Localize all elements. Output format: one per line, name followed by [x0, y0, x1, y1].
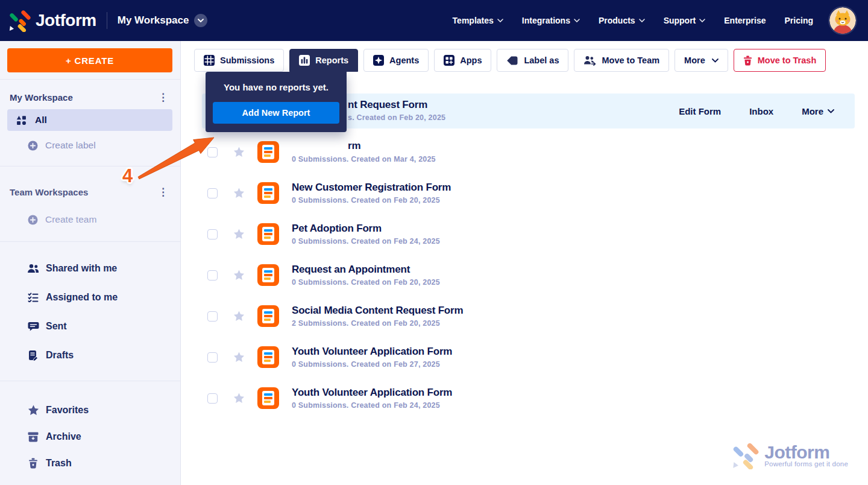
form-row[interactable]: Youth Volunteer Application Form 0 Submi…	[202, 340, 855, 375]
apps-button[interactable]: Apps	[434, 49, 491, 72]
form-title-fragment: rm	[348, 140, 360, 152]
watermark-brand: Jotform	[764, 443, 848, 461]
form-row[interactable]: rm 0 Submissions. Created on Mar 4, 2025	[202, 135, 855, 170]
row-checkbox[interactable]	[207, 188, 218, 198]
label-as-button[interactable]: Label as	[497, 49, 568, 72]
sidebar-item-drafts[interactable]: Drafts	[0, 341, 180, 370]
add-new-report-button[interactable]: Add New Report	[213, 102, 339, 124]
chevron-down-icon	[574, 19, 580, 22]
row-checkbox[interactable]	[207, 229, 218, 239]
row-checkbox[interactable]	[207, 147, 218, 157]
agents-sparkle-icon	[373, 55, 384, 66]
nav-item-products[interactable]: Products	[599, 16, 645, 25]
row-actions: Edit Form Inbox More	[679, 106, 855, 116]
sidebar-item-assigned-to-me[interactable]: Assigned to me	[0, 283, 180, 312]
favorite-star-icon[interactable]	[233, 147, 245, 157]
favorite-star-icon[interactable]	[233, 393, 245, 404]
chevron-down-icon	[497, 19, 503, 22]
sidebar-divider	[0, 381, 180, 381]
sidebar-item-archive[interactable]: Archive	[0, 423, 180, 450]
draft-document-icon	[27, 350, 39, 361]
create-button[interactable]: + CREATE	[7, 48, 172, 72]
workspace-switcher[interactable]: My Workspace	[118, 14, 208, 27]
form-title: Pet Adoption Form	[292, 222, 440, 235]
nav-item-label: Support	[664, 16, 696, 25]
chevron-down-icon	[194, 14, 207, 27]
team-workspaces-section-header: Team Workspaces ⋮	[0, 185, 180, 199]
inbox-button[interactable]: Inbox	[749, 106, 773, 116]
nav-item-support[interactable]: Support	[664, 16, 706, 25]
label-tag-icon	[506, 55, 518, 66]
form-row[interactable]: Youth Volunteer Application Form 0 Submi…	[202, 381, 855, 416]
form-row-text: Pet Adoption Form 0 Submissions. Created…	[292, 222, 440, 247]
agents-button[interactable]: Agents	[363, 49, 429, 72]
sidebar-item-all[interactable]: All	[7, 109, 172, 131]
all-shapes-icon	[15, 115, 27, 125]
form-subtitle: 2 Submissions. Created on Feb 20, 2025	[292, 319, 463, 329]
form-icon	[257, 387, 279, 409]
sidebar-bottom-nav: Favorites Archive	[0, 397, 180, 477]
form-row[interactable]: Pet Adoption Form 0 Submissions. Created…	[202, 217, 855, 252]
kebab-menu-icon[interactable]: ⋮	[158, 92, 168, 103]
form-row[interactable]: Social Media Content Request Form 2 Subm…	[202, 299, 855, 334]
favorite-star-icon[interactable]	[233, 352, 245, 363]
sidebar-item-sent[interactable]: Sent	[0, 312, 180, 341]
form-row-text: Social Media Content Request Form 2 Subm…	[292, 304, 463, 329]
chevron-down-icon	[828, 109, 834, 113]
sidebar-item-label: Favorites	[46, 405, 89, 416]
kebab-menu-icon[interactable]: ⋮	[158, 187, 168, 197]
form-icon	[257, 182, 279, 204]
row-checkbox[interactable]	[207, 352, 218, 363]
top-navbar: Jotform My Workspace Templates Integrati…	[0, 0, 868, 41]
sidebar-item-shared-with-me[interactable]: Shared with me	[0, 254, 180, 283]
form-subtitle: 0 Submissions. Created on Feb 27, 2025	[292, 360, 452, 370]
create-team-button[interactable]: Create team	[0, 209, 180, 230]
row-more-button[interactable]: More	[802, 106, 834, 116]
move-to-team-button[interactable]: Move to Team	[574, 49, 669, 72]
favorite-star-icon[interactable]	[233, 270, 245, 281]
form-title-fragment: nt Request Form	[348, 99, 427, 111]
row-checkbox[interactable]	[207, 270, 218, 281]
form-row[interactable]: Request an Appointment 0 Submissions. Cr…	[202, 258, 855, 293]
form-row[interactable]: New Customer Registration Form 0 Submiss…	[202, 176, 855, 211]
plus-circle-icon	[27, 141, 39, 151]
create-label-button[interactable]: Create label	[0, 135, 180, 156]
form-icon	[257, 141, 279, 163]
edit-form-button[interactable]: Edit Form	[679, 106, 721, 116]
button-label: Label as	[524, 55, 559, 65]
form-icon	[257, 346, 279, 368]
form-subtitle: 0 Submissions. Created on Feb 24, 2025	[292, 401, 452, 411]
nav-item-pricing[interactable]: Pricing	[785, 16, 813, 25]
more-button[interactable]: More	[675, 49, 728, 72]
create-label-text: Create label	[45, 140, 96, 151]
no-reports-message: You have no reports yet.	[213, 82, 339, 92]
sidebar-divider	[0, 166, 180, 166]
nav-item-label: Pricing	[785, 16, 813, 25]
row-checkbox[interactable]	[207, 393, 218, 404]
favorite-star-icon[interactable]	[233, 229, 245, 239]
form-title: Youth Volunteer Application Form	[292, 386, 452, 399]
row-checkbox[interactable]	[207, 311, 218, 322]
favorite-star-icon[interactable]	[233, 188, 245, 198]
form-icon	[257, 305, 279, 327]
brand-home-link[interactable]: Jotform	[8, 9, 96, 32]
reports-button[interactable]: Reports	[289, 49, 358, 72]
sidebar-nav: Shared with me Assigned to me	[0, 254, 180, 370]
nav-item-enterprise[interactable]: Enterprise	[724, 16, 766, 25]
create-team-text: Create team	[45, 214, 96, 225]
workspace-sidebar: + CREATE My Workspace ⋮ All Create label	[0, 41, 181, 485]
submissions-button[interactable]: Submissions	[194, 49, 284, 72]
bulk-actions-toolbar: Submissions Reports Agents	[194, 49, 826, 72]
avatar-cat-illustration	[829, 7, 856, 34]
sidebar-item-favorites[interactable]: Favorites	[0, 397, 180, 423]
workspace-name: My Workspace	[118, 14, 189, 27]
move-to-team-icon	[583, 55, 596, 66]
reports-chart-icon	[299, 55, 310, 66]
favorite-star-icon[interactable]	[233, 311, 245, 322]
move-to-trash-button[interactable]: Move to Trash	[734, 49, 826, 72]
sidebar-item-label: Archive	[46, 431, 81, 442]
user-avatar[interactable]	[829, 7, 856, 34]
sidebar-item-trash[interactable]: Trash	[0, 450, 180, 477]
nav-item-templates[interactable]: Templates	[453, 16, 503, 25]
nav-item-integrations[interactable]: Integrations	[522, 16, 580, 25]
